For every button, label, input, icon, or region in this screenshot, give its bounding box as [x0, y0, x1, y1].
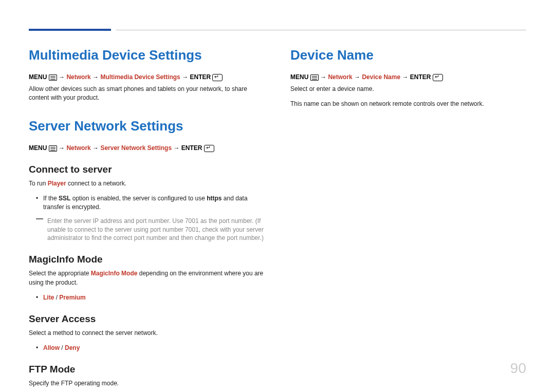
arrow-icon: → — [173, 144, 181, 152]
arrow-icon: → — [92, 73, 100, 81]
enter-icon — [212, 74, 223, 82]
text: If the — [43, 195, 59, 202]
subheading-ftp: FTP Mode — [29, 364, 265, 375]
menu-icon — [49, 145, 57, 153]
path-network: Network — [328, 73, 352, 81]
multimedia-desc: Allow other devices such as smart phones… — [29, 85, 265, 103]
magicinfo-options: Lite / Premium — [36, 293, 265, 302]
subheading-server-access: Server Access — [29, 313, 265, 325]
enter-label: ENTER — [181, 144, 202, 152]
subheading-magicinfo: MagicInfo Mode — [29, 254, 265, 265]
server-access-options: Allow / Deny — [36, 344, 265, 352]
menu-icon — [49, 74, 57, 82]
connect-note: Enter the server IP address and port num… — [36, 217, 265, 242]
dash-icon — [36, 218, 43, 219]
left-column: Multimedia Device Settings MENU → Networ… — [29, 47, 265, 392]
arrow-icon: → — [59, 144, 66, 152]
player-label: Player — [48, 180, 66, 187]
arrow-icon: → — [354, 73, 362, 81]
path-device-name: Device Name — [362, 73, 400, 81]
menu-icon — [310, 74, 319, 82]
enter-icon — [204, 145, 214, 153]
heading-server-network: Server Network Settings — [29, 118, 265, 134]
section-server-network: Server Network Settings MENU → Network →… — [29, 118, 265, 392]
option-allow: Allow — [43, 344, 60, 351]
server-access-desc: Select a method to connect the server ne… — [29, 329, 265, 338]
text: connect to a network. — [66, 180, 126, 187]
document-page: Multimedia Device Settings MENU → Networ… — [0, 0, 555, 392]
arrow-icon: → — [182, 73, 190, 81]
enter-icon — [433, 74, 443, 82]
path-network: Network — [66, 73, 90, 81]
text: To run — [29, 180, 48, 187]
option-premium: Premium — [59, 294, 85, 301]
section-multimedia: Multimedia Device Settings MENU → Networ… — [29, 47, 265, 103]
separator: / — [60, 344, 65, 351]
list-item: If the SSL option is enabled, the server… — [36, 194, 265, 212]
heading-device-name: Device Name — [290, 47, 526, 63]
menu-label: MENU — [29, 73, 47, 81]
path-server-network: MENU → Network → Server Network Settings… — [29, 144, 265, 153]
text: Select the appropriate — [29, 270, 91, 277]
content-columns: Multimedia Device Settings MENU → Networ… — [29, 47, 526, 392]
device-name-desc1: Select or enter a device name. — [290, 85, 526, 94]
enter-label: ENTER — [190, 73, 211, 81]
section-device-name: Device Name MENU → Network → Device Name… — [290, 47, 526, 109]
menu-label: MENU — [29, 144, 47, 152]
https-label: https — [207, 195, 221, 202]
heading-multimedia: Multimedia Device Settings — [29, 47, 265, 63]
arrow-icon: → — [92, 144, 100, 152]
option-lite: Lite — [43, 294, 54, 301]
page-number: 90 — [510, 360, 526, 377]
text: option is enabled, the server is configu… — [70, 195, 207, 202]
path-multimedia: MENU → Network → Multimedia Device Setti… — [29, 73, 265, 82]
magicinfo-desc: Select the appropriate MagicInfo Mode de… — [29, 269, 265, 287]
menu-label: MENU — [290, 73, 308, 81]
top-rule — [29, 29, 526, 31]
path-server-settings: Server Network Settings — [100, 144, 172, 152]
separator: / — [54, 294, 59, 301]
note-text: Enter the server IP address and port num… — [47, 217, 265, 242]
ssl-bullet-list: If the SSL option is enabled, the server… — [36, 194, 265, 212]
option-deny: Deny — [65, 344, 80, 351]
arrow-icon: → — [59, 73, 66, 81]
list-item: Lite / Premium — [36, 293, 265, 302]
path-device-name: MENU → Network → Device Name → ENTER — [290, 73, 526, 82]
ssl-label: SSL — [59, 195, 70, 202]
path-multimedia-settings: Multimedia Device Settings — [100, 73, 180, 81]
connect-desc: To run Player connect to a network. — [29, 179, 265, 188]
magicinfo-label: MagicInfo Mode — [91, 270, 138, 277]
ftp-desc: Specify the FTP operating mode. — [29, 379, 265, 388]
right-column: Device Name MENU → Network → Device Name… — [290, 47, 526, 392]
arrow-icon: → — [320, 73, 328, 81]
enter-label: ENTER — [410, 73, 431, 81]
device-name-desc2: This name can be shown on network remote… — [290, 100, 526, 108]
path-network: Network — [66, 144, 90, 152]
list-item: Allow / Deny — [36, 344, 265, 352]
subheading-connect: Connect to server — [29, 164, 265, 175]
arrow-icon: → — [402, 73, 410, 81]
